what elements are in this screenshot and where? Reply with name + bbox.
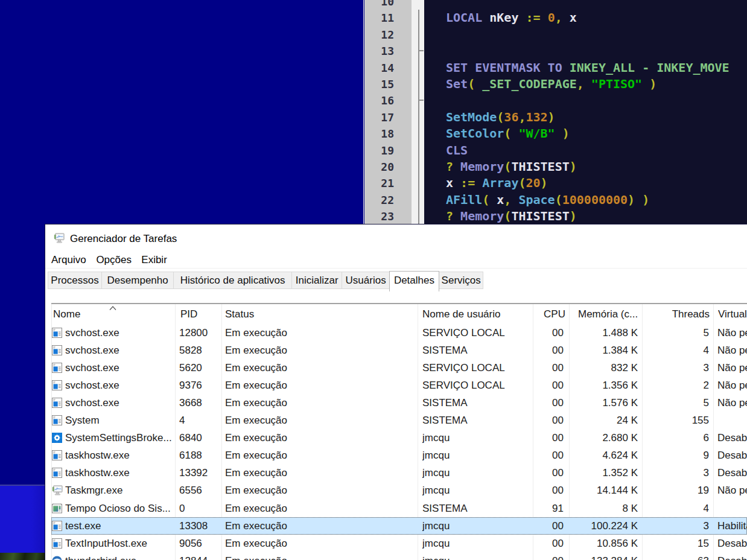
cell-virtualization <box>717 412 747 429</box>
code-line: LOCAL nKey := 0, x <box>446 10 730 26</box>
table-row[interactable]: System4Em execuçãoSISTEMA0024 K155 <box>51 412 747 429</box>
code-line <box>446 27 730 43</box>
task-manager-window: Gerenciador de Tarefas ArquivoOpçõesExib… <box>45 224 747 560</box>
cell-name: svchost.exe <box>65 359 175 377</box>
column-header-6[interactable]: Threads <box>642 307 710 322</box>
menu-item-arquivo[interactable]: Arquivo <box>51 253 86 267</box>
cell-virtualization: Desabilitada <box>717 447 747 464</box>
cell-name: svchost.exe <box>65 394 175 412</box>
cell-name: thunderbird.exe <box>65 552 175 560</box>
code-line: CLS <box>446 142 730 159</box>
cell-user: jmcqu <box>422 464 528 482</box>
table-row[interactable]: taskhostw.exe6188Em execuçãojmcqu004.624… <box>51 447 747 464</box>
cell-pid: 3668 <box>179 394 217 412</box>
code-line: x := Array(20) <box>446 175 730 191</box>
cell-name: taskhostw.exe <box>65 464 175 482</box>
cell-user: jmcqu <box>422 447 528 464</box>
table-row[interactable]: Taskmgr.exe6556Em execuçãojmcqu0014.144 … <box>51 482 747 499</box>
cell-user: jmcqu <box>422 429 528 447</box>
fold-line <box>418 10 419 224</box>
tab-detalhes[interactable]: Detalhes <box>389 271 439 291</box>
cell-status: Em execução <box>225 447 412 464</box>
cell-status: Em execução <box>225 324 412 342</box>
cell-cpu: 00 <box>528 377 564 394</box>
cell-user: jmcqu <box>422 482 528 499</box>
cell-pid: 6556 <box>179 482 217 499</box>
code-line: SetMode(36,132) <box>446 109 730 126</box>
tab-inicializar[interactable]: Inicializar <box>291 272 342 289</box>
cell-virtualization: Desabilitada <box>717 552 747 560</box>
code-line: SET EVENTMASK TO INKEY_ALL - INKEY_MOVE <box>446 60 730 76</box>
cell-threads: 3 <box>643 517 709 535</box>
line-number: 14 <box>364 60 394 76</box>
cell-virtualization: Habilitada <box>717 517 747 535</box>
cell-pid: 13308 <box>179 517 217 535</box>
cell-cpu: 00 <box>528 535 564 552</box>
table-row[interactable]: TextInputHost.exe9056Em execuçãojmcqu001… <box>51 535 747 552</box>
column-header-1[interactable]: PID <box>180 307 217 322</box>
cell-memory: 24 K <box>562 412 638 429</box>
table-row[interactable]: Tempo Ocioso do Sis...0Em execuçãoSISTEM… <box>51 500 747 517</box>
cell-threads: 63 <box>643 552 709 560</box>
menu-item-exibir[interactable]: Exibir <box>141 253 167 267</box>
table-row[interactable]: svchost.exe3668Em execuçãoSISTEMA001.576… <box>51 394 747 412</box>
line-number: 13 <box>364 43 394 59</box>
cell-memory: 1.384 K <box>562 342 638 359</box>
cell-threads: 19 <box>643 482 709 499</box>
tab-desempenho[interactable]: Desempenho <box>101 272 174 289</box>
cell-threads: 5 <box>643 324 709 342</box>
editor-fold-margin[interactable] <box>412 0 424 224</box>
tab-servicos[interactable]: Serviços <box>439 272 483 289</box>
table-row[interactable]: svchost.exe5620Em execuçãoSERVIÇO LOCAL0… <box>51 359 747 377</box>
title-bar[interactable]: Gerenciador de Tarefas <box>45 224 747 251</box>
table-row[interactable]: svchost.exe12800Em execuçãoSERVIÇO LOCAL… <box>51 324 747 342</box>
cell-user: SISTEMA <box>422 394 528 412</box>
column-header-5[interactable]: Memória (c... <box>578 307 640 322</box>
code-line <box>446 43 730 59</box>
cell-threads: 4 <box>643 342 709 359</box>
cell-status: Em execução <box>225 359 412 377</box>
column-header-2[interactable]: Status <box>225 307 412 322</box>
cell-status: Em execução <box>225 412 412 429</box>
cell-status: Em execução <box>225 394 412 412</box>
window-icon <box>52 468 62 478</box>
line-number: 15 <box>364 76 394 92</box>
menu-item-opcoes[interactable]: Opções <box>96 253 132 267</box>
cell-memory: 133.284 K <box>562 552 638 560</box>
cell-user: SISTEMA <box>422 412 528 429</box>
column-header-4[interactable]: CPU <box>528 307 565 322</box>
taskmgr-icon <box>52 485 62 495</box>
cell-status: Em execução <box>225 552 412 560</box>
table-row[interactable]: svchost.exe5828Em execuçãoSISTEMA001.384… <box>51 342 747 359</box>
table-row[interactable]: test.exe13308Em execuçãojmcqu00100.224 K… <box>51 517 747 535</box>
cell-virtualization: Desabilitada <box>717 429 747 447</box>
cell-pid: 12844 <box>179 552 217 560</box>
column-header-3[interactable]: Nome de usuário <box>422 307 528 322</box>
tab-historico-de-aplicativos[interactable]: Histórico de aplicativos <box>173 272 292 289</box>
cell-threads: 155 <box>643 412 709 429</box>
table-row[interactable]: svchost.exe9376Em execuçãoSERVIÇO LOCAL0… <box>51 377 747 394</box>
table-row[interactable]: taskhostw.exe13392Em execuçãojmcqu001.35… <box>51 464 747 482</box>
line-number: 23 <box>364 208 394 224</box>
cell-virtualization: Desabilitada <box>717 535 747 552</box>
column-header-7[interactable]: Virtualização <box>718 307 747 322</box>
line-number: 17 <box>364 109 394 126</box>
cell-threads: 3 <box>643 464 709 482</box>
line-numbers: 1011121314151617181920212223 <box>364 0 412 224</box>
cell-name: Taskmgr.exe <box>65 482 175 499</box>
line-number: 12 <box>364 27 394 43</box>
cell-cpu: 00 <box>528 429 564 447</box>
code-line: SetColor( "W/B" ) <box>446 126 730 142</box>
tab-usuarios[interactable]: Usuários <box>342 272 390 289</box>
cell-threads: 5 <box>643 394 709 412</box>
cell-name: Tempo Ocioso do Sis... <box>65 500 175 517</box>
menu-bar-underline <box>45 268 747 269</box>
column-header-0[interactable]: Nome <box>53 307 171 322</box>
cell-status: Em execução <box>225 464 412 482</box>
cell-virtualization: Não permitido <box>717 324 747 342</box>
tab-processos[interactable]: Processos <box>48 272 102 289</box>
editor-text-area[interactable]: LOCAL nKey := 0, x SET EVENTMASK TO INKE… <box>424 0 747 224</box>
fold-tick <box>418 100 424 101</box>
table-row[interactable]: SystemSettingsBroke...6840Em execuçãojmc… <box>51 429 747 447</box>
table-row[interactable]: thunderbird.exe12844Em execuçãojmcqu0013… <box>51 552 747 560</box>
